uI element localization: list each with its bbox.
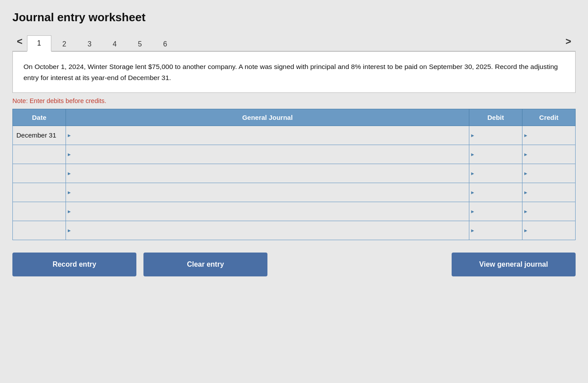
table-row: December 31 ► ► ► [13, 126, 576, 145]
table-row: ► ► ► [13, 145, 576, 164]
debit-input-2[interactable] [476, 145, 522, 164]
triangle-icon-c5: ► [523, 209, 528, 214]
col-header-date: Date [13, 109, 66, 126]
tab-3[interactable]: 3 [77, 36, 102, 52]
triangle-icon-d1: ► [470, 133, 475, 138]
credit-input-4[interactable] [530, 183, 575, 202]
debit-cell-2[interactable]: ► [469, 145, 522, 164]
triangle-icon-c1: ► [523, 133, 528, 138]
view-general-journal-button[interactable]: View general journal [452, 253, 576, 276]
col-header-journal: General Journal [66, 109, 469, 126]
triangle-icon-c6: ► [523, 228, 528, 233]
debit-input-6[interactable] [476, 221, 522, 240]
journal-cell-5[interactable]: ► [66, 202, 469, 221]
triangle-icon-c2: ► [523, 152, 528, 157]
record-entry-button[interactable]: Record entry [12, 253, 136, 276]
tab-4[interactable]: 4 [103, 36, 127, 52]
journal-cell-3[interactable]: ► [66, 164, 469, 183]
col-header-credit: Credit [522, 109, 576, 126]
journal-input-6[interactable] [73, 221, 469, 240]
credit-input-6[interactable] [530, 221, 575, 240]
buttons-row: Record entry Clear entry View general jo… [12, 253, 576, 276]
journal-cell-1[interactable]: ► [66, 126, 469, 145]
scenario-box: On October 1, 2024, Winter Storage lent … [12, 52, 576, 93]
tab-2[interactable]: 2 [52, 36, 77, 52]
debit-input-4[interactable] [476, 183, 522, 202]
journal-table: Date General Journal Debit Credit Decemb… [12, 109, 576, 240]
journal-input-5[interactable] [73, 202, 469, 221]
triangle-icon-d3: ► [470, 171, 475, 176]
triangle-icon-c4: ► [523, 190, 528, 195]
date-cell-6 [13, 221, 66, 240]
clear-entry-button[interactable]: Clear entry [143, 253, 267, 276]
date-cell-5 [13, 202, 66, 221]
credit-cell-3[interactable]: ► [522, 164, 576, 183]
table-row: ► ► ► [13, 164, 576, 183]
table-row: ► ► ► [13, 183, 576, 202]
triangle-icon-j4: ► [67, 190, 72, 195]
prev-arrow[interactable]: < [12, 32, 27, 51]
tabs-navigation: < 1 2 3 4 5 6 > [12, 32, 576, 52]
credit-cell-5[interactable]: ► [522, 202, 576, 221]
credit-input-3[interactable] [530, 164, 575, 183]
credit-cell-1[interactable]: ► [522, 126, 576, 145]
debit-input-3[interactable] [476, 164, 522, 183]
date-cell-2 [13, 145, 66, 164]
debit-input-5[interactable] [476, 202, 522, 221]
debit-cell-3[interactable]: ► [469, 164, 522, 183]
table-row: ► ► ► [13, 221, 576, 240]
tab-6[interactable]: 6 [153, 36, 177, 52]
triangle-icon-d2: ► [470, 152, 475, 157]
journal-cell-2[interactable]: ► [66, 145, 469, 164]
debit-cell-1[interactable]: ► [469, 126, 522, 145]
credit-input-5[interactable] [530, 202, 575, 221]
credit-cell-6[interactable]: ► [522, 221, 576, 240]
credit-input-1[interactable] [530, 126, 575, 145]
page-title: Journal entry worksheet [12, 11, 576, 24]
triangle-icon-j5: ► [67, 209, 72, 214]
triangle-icon-d5: ► [470, 209, 475, 214]
date-cell-1: December 31 [13, 126, 66, 145]
next-arrow[interactable]: > [561, 32, 576, 51]
triangle-icon-d4: ► [470, 190, 475, 195]
table-row: ► ► ► [13, 202, 576, 221]
date-cell-4 [13, 183, 66, 202]
debit-cell-4[interactable]: ► [469, 183, 522, 202]
journal-cell-6[interactable]: ► [66, 221, 469, 240]
triangle-icon-c3: ► [523, 171, 528, 176]
col-header-debit: Debit [469, 109, 522, 126]
debit-cell-6[interactable]: ► [469, 221, 522, 240]
triangle-icon-d6: ► [470, 228, 475, 233]
credit-cell-4[interactable]: ► [522, 183, 576, 202]
journal-cell-4[interactable]: ► [66, 183, 469, 202]
journal-input-4[interactable] [73, 183, 469, 202]
journal-input-1[interactable] [73, 126, 469, 145]
credit-input-2[interactable] [530, 145, 575, 164]
credit-cell-2[interactable]: ► [522, 145, 576, 164]
note-text: Note: Enter debits before credits. [12, 97, 576, 104]
triangle-icon-j2: ► [67, 152, 72, 157]
scenario-text: On October 1, 2024, Winter Storage lent … [23, 63, 558, 81]
debit-input-1[interactable] [476, 126, 522, 145]
debit-cell-5[interactable]: ► [469, 202, 522, 221]
journal-input-3[interactable] [73, 164, 469, 183]
triangle-icon-j1: ► [67, 133, 72, 138]
triangle-icon-j6: ► [67, 228, 72, 233]
triangle-icon-j3: ► [67, 171, 72, 176]
date-cell-3 [13, 164, 66, 183]
tab-1[interactable]: 1 [27, 35, 51, 52]
tab-5[interactable]: 5 [128, 36, 152, 52]
journal-input-2[interactable] [73, 145, 469, 164]
